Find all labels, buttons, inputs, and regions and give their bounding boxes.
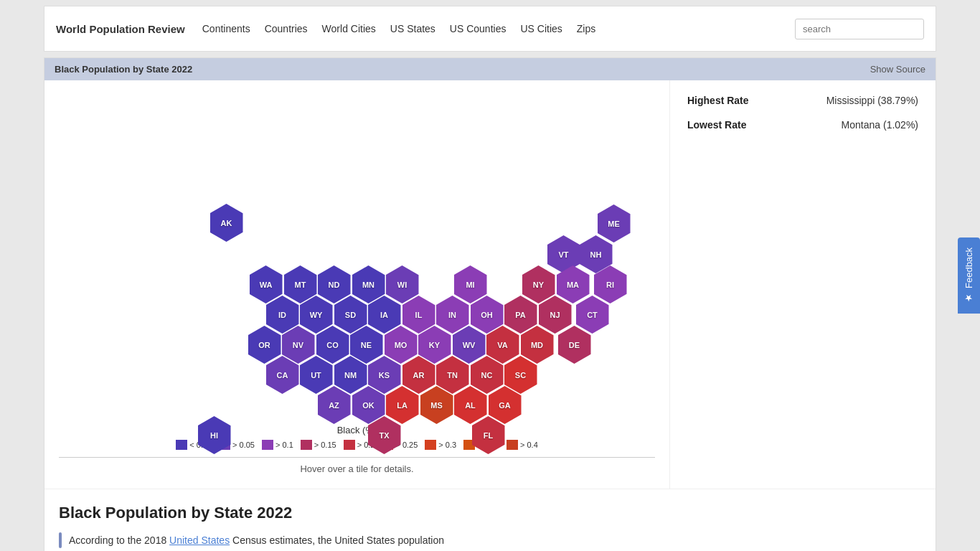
highest-rate-label: Highest Rate: [687, 95, 749, 106]
hex-state-wv[interactable]: WV: [453, 326, 486, 364]
article-text: According to the 2018 United States Cens…: [69, 532, 444, 548]
hex-state-or[interactable]: OR: [248, 326, 281, 364]
hex-state-mt[interactable]: MT: [284, 265, 317, 303]
hex-state-ne[interactable]: NE: [350, 326, 383, 364]
nav-link-zips[interactable]: Zips: [577, 23, 595, 34]
hex-state-de[interactable]: DE: [558, 326, 591, 364]
hex-state-ga[interactable]: GA: [489, 386, 522, 424]
hex-state-md[interactable]: MD: [521, 326, 554, 364]
hex-state-ky[interactable]: KY: [418, 326, 451, 364]
highest-rate-stat: Highest Rate Mississippi (38.79%): [687, 95, 918, 106]
nav-bar: World Population Review Continents Count…: [44, 6, 936, 52]
article-section: Black Population by State 2022 According…: [44, 489, 936, 551]
map-area: AKHIMEVTNHWAMTNDMNWIMINYMARIIDWYSDIAILIN…: [44, 80, 670, 489]
hex-state-ks[interactable]: KS: [368, 356, 401, 394]
legend-items: < 0.05> 0.05> 0.1> 0.15> 0.2> 0.25> 0.3>…: [59, 440, 655, 450]
hex-state-me[interactable]: ME: [598, 204, 631, 242]
hex-state-mi[interactable]: MI: [454, 265, 487, 303]
legend-area: Black (%) < 0.05> 0.05> 0.1> 0.15> 0.2> …: [59, 425, 655, 474]
hex-state-wa[interactable]: WA: [250, 265, 283, 303]
sidebar: Highest Rate Mississippi (38.79%) Lowest…: [670, 80, 936, 489]
hex-state-il[interactable]: IL: [402, 296, 435, 334]
lowest-rate-label: Lowest Rate: [687, 119, 746, 131]
hex-state-nc[interactable]: NC: [471, 356, 504, 394]
search-input[interactable]: [795, 19, 924, 39]
us-link[interactable]: United States: [169, 534, 230, 546]
hex-state-nj[interactable]: NJ: [539, 296, 572, 334]
hex-state-nv[interactable]: NV: [282, 326, 315, 364]
lowest-rate-stat: Lowest Rate Montana (1.02%): [687, 119, 918, 131]
hex-state-ms[interactable]: MS: [420, 386, 453, 424]
hex-state-pa[interactable]: PA: [504, 296, 537, 334]
show-source-button[interactable]: Show Source: [870, 64, 925, 75]
legend-title: Black (%): [59, 425, 655, 435]
hex-state-mn[interactable]: MN: [352, 265, 385, 303]
hex-state-va[interactable]: VA: [486, 326, 519, 364]
legend-item: > 0.4: [507, 440, 538, 450]
chart-title: Black Population by State 2022: [55, 64, 192, 75]
hex-state-ca[interactable]: CA: [266, 356, 299, 394]
hex-state-sd[interactable]: SD: [334, 296, 367, 334]
article-body: According to the 2018 United States Cens…: [59, 532, 921, 548]
hex-state-al[interactable]: AL: [454, 386, 487, 424]
legend-item: > 0.3: [425, 440, 456, 450]
nav-brand[interactable]: World Population Review: [56, 23, 185, 35]
hex-map: AKHIMEVTNHWAMTNDMNWIMINYMARIIDWYSDIAILIN…: [92, 95, 623, 418]
main-content: AKHIMEVTNHWAMTNDMNWIMINYMARIIDWYSDIAILIN…: [44, 80, 936, 489]
hex-state-ny[interactable]: NY: [522, 265, 555, 303]
feedback-tab[interactable]: ★ Feedback: [958, 237, 980, 314]
content-header: Black Population by State 2022 Show Sour…: [44, 58, 936, 80]
hover-hint: Hover over a tile for details.: [59, 463, 655, 474]
hex-state-ct[interactable]: CT: [576, 296, 609, 334]
hex-state-nm[interactable]: NM: [334, 356, 367, 394]
legend-item: > 0.15: [301, 440, 336, 450]
highest-rate-value: Mississippi (38.79%): [826, 95, 918, 106]
hex-state-la[interactable]: LA: [386, 386, 419, 424]
nav-link-us-cities[interactable]: US Cities: [520, 23, 562, 34]
hex-state-ak[interactable]: AK: [210, 204, 243, 242]
content-box: Black Population by State 2022 Show Sour…: [44, 57, 936, 551]
hex-state-ia[interactable]: IA: [368, 296, 401, 334]
hex-state-wi[interactable]: WI: [386, 265, 419, 303]
nav-link-continents[interactable]: Continents: [202, 23, 250, 34]
star-icon: ★: [963, 293, 974, 303]
nav-link-us-counties[interactable]: US Counties: [450, 23, 507, 34]
nav-link-us-states[interactable]: US States: [390, 23, 435, 34]
nav-link-countries[interactable]: Countries: [265, 23, 308, 34]
hex-state-wy[interactable]: WY: [300, 296, 333, 334]
hex-state-az[interactable]: AZ: [318, 386, 351, 424]
hex-state-nd[interactable]: ND: [318, 265, 351, 303]
lowest-rate-value: Montana (1.02%): [842, 119, 918, 131]
legend-item: > 0.1: [262, 440, 293, 450]
hex-state-ar[interactable]: AR: [402, 356, 435, 394]
nav-links: Continents Countries World Cities US Sta…: [202, 23, 795, 34]
feedback-label: Feedback: [963, 248, 974, 288]
hex-state-ut[interactable]: UT: [300, 356, 333, 394]
article-accent-bar: [59, 532, 62, 548]
hex-state-mo[interactable]: MO: [385, 326, 418, 364]
nav-link-world-cities[interactable]: World Cities: [322, 23, 376, 34]
hex-state-co[interactable]: CO: [316, 326, 349, 364]
hex-state-tn[interactable]: TN: [436, 356, 469, 394]
hex-state-in[interactable]: IN: [436, 296, 469, 334]
hex-state-ok[interactable]: OK: [352, 386, 385, 424]
hex-state-id[interactable]: ID: [266, 296, 299, 334]
article-title: Black Population by State 2022: [59, 504, 921, 522]
hex-state-sc[interactable]: SC: [504, 356, 537, 394]
hex-state-oh[interactable]: OH: [471, 296, 504, 334]
